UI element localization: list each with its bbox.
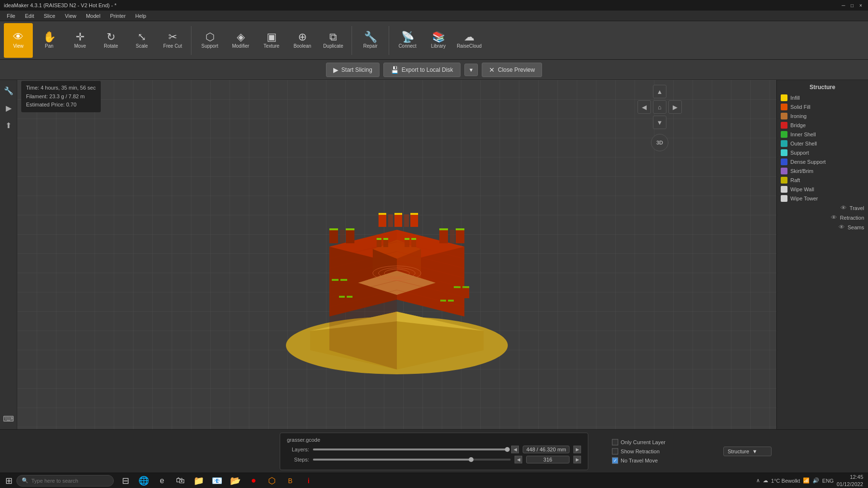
skirt-brim-swatch	[781, 168, 787, 174]
search-icon: 🔍	[22, 477, 28, 484]
toolbar-boolean[interactable]: ⊕ Boolean	[288, 23, 317, 58]
layers-decrease-button[interactable]: ◀	[511, 446, 519, 453]
nav-3d-button[interactable]: 3D	[651, 134, 668, 151]
menu-slice[interactable]: Slice	[39, 12, 60, 20]
legend-skirt-brim: Skirt/Brim	[781, 168, 864, 174]
wrench-tool-icon[interactable]: 🔧	[2, 84, 15, 97]
boolean-label: Boolean	[294, 43, 312, 49]
svg-rect-16	[450, 230, 455, 243]
taskbar-outlook[interactable]: 📧	[208, 474, 226, 488]
taskbar-browser[interactable]: 🌐	[135, 474, 152, 488]
nav-down-button[interactable]: ▼	[653, 116, 666, 129]
search-input[interactable]	[31, 478, 108, 484]
toolbar-connect[interactable]: 📡 Connect	[393, 23, 422, 58]
toolbar-rotate[interactable]: ↻ Rotate	[96, 23, 125, 58]
toolbar-library[interactable]: 📚 Library	[424, 23, 453, 58]
export-arrow-button[interactable]: ▼	[464, 64, 478, 76]
bottom-dropdown-container: Structure ▼	[723, 447, 772, 456]
menu-file[interactable]: File	[2, 12, 20, 20]
start-slicing-button[interactable]: ▶ Start Slicing	[326, 63, 380, 77]
retraction-eye-icon[interactable]: 👁	[831, 214, 837, 221]
nav-left-button[interactable]: ◀	[637, 100, 651, 114]
upload-icon[interactable]: ⬆	[2, 119, 15, 132]
toolbar-texture[interactable]: ▣ Texture	[257, 23, 286, 58]
keyboard-icon[interactable]: ⌨	[2, 412, 15, 425]
steps-slider[interactable]	[313, 459, 511, 461]
svg-rect-45	[448, 300, 454, 302]
retraction-label: Retraction	[840, 215, 864, 221]
travel-eye-icon[interactable]: 👁	[841, 204, 847, 211]
menu-bar: File Edit Slice View Model Printer Help	[0, 11, 868, 21]
start-button[interactable]: ⊞	[2, 474, 15, 488]
bottom-controls-panel: grasser.gcode Layers: ◀ 448 / 46.320 mm …	[280, 433, 588, 470]
toolbar-raisecloud[interactable]: ☁ RaiseCloud	[455, 23, 484, 58]
toolbar-scale[interactable]: ⤡ Scale	[127, 23, 156, 58]
menu-view[interactable]: View	[60, 12, 81, 20]
toolbar-view[interactable]: 👁 View	[4, 23, 33, 58]
steps-decrease-button[interactable]: ◀	[515, 456, 522, 463]
clock-time: 12:45	[837, 474, 863, 480]
chevron-up-icon[interactable]: ∧	[756, 477, 760, 484]
network-icon: 📶	[803, 477, 810, 484]
toolbar-duplicate[interactable]: ⧉ Duplicate	[319, 23, 348, 58]
taskbar-files[interactable]: 📂	[227, 474, 244, 488]
taskbar-taskview[interactable]: ⊟	[117, 474, 134, 488]
menu-model[interactable]: Model	[81, 12, 105, 20]
structure-dropdown[interactable]: Structure ▼	[723, 447, 772, 456]
menu-help[interactable]: Help	[131, 12, 151, 20]
taskbar-right: ∧ ☁ 1°C Bewolkt 📶 🔊 ENG 12:45 01/12/2022	[756, 474, 866, 488]
legend-wipe-tower: Wipe Tower	[781, 195, 864, 202]
bridge-swatch	[781, 122, 787, 129]
raft-label: Raft	[790, 177, 800, 183]
toolbar-repair[interactable]: 🔧 Repair	[356, 23, 385, 58]
dense-support-label: Dense Support	[790, 159, 826, 165]
seams-eye-icon[interactable]: 👁	[839, 224, 845, 231]
taskbar-orange[interactable]: ⬡	[263, 474, 281, 488]
menu-edit[interactable]: Edit	[20, 12, 39, 20]
svg-rect-38	[339, 297, 345, 306]
repair-icon: 🔧	[364, 32, 377, 42]
taskbar-search[interactable]: 🔍	[16, 475, 114, 487]
toolbar-pan[interactable]: ✋ Pan	[35, 23, 64, 58]
pan-label: Pan	[45, 43, 54, 49]
language-label: ENG	[822, 478, 834, 484]
taskbar-edge[interactable]: e	[153, 474, 171, 488]
maximize-button[interactable]: □	[849, 2, 855, 9]
toolbar-modifier[interactable]: ◈ Modifier	[226, 23, 255, 58]
taskbar-ideamaker[interactable]: i	[300, 474, 317, 488]
minimize-button[interactable]: ─	[840, 2, 847, 9]
taskbar-blender[interactable]: B	[282, 474, 299, 488]
svg-rect-43	[440, 300, 446, 302]
layers-label: Layers:	[287, 447, 309, 452]
nav-up-button[interactable]: ▲	[653, 85, 666, 98]
connect-icon: 📡	[401, 32, 414, 42]
toolbar-support[interactable]: ⬡ Support	[195, 23, 224, 58]
freecut-label: Free Cut	[163, 43, 182, 49]
layers-increase-button[interactable]: ▶	[573, 446, 581, 453]
layers-slider[interactable]	[313, 448, 507, 450]
taskbar-red[interactable]: ●	[245, 474, 262, 488]
only-current-layer-checkbox[interactable]	[612, 439, 618, 445]
export-button[interactable]: 💾 Export to Local Disk	[383, 63, 461, 77]
nav-home-button[interactable]: ⌂	[653, 100, 666, 114]
toolbar-freecut[interactable]: ✂ Free Cut	[158, 23, 187, 58]
structure-panel-title: Structure	[781, 84, 864, 91]
support-swatch	[781, 149, 787, 156]
close-preview-button[interactable]: ✕ Close Preview	[482, 63, 542, 77]
viewport[interactable]: ▲ ◀ ⌂ ▶ ▼ 3D	[17, 80, 776, 429]
no-travel-move-label: No Travel Move	[621, 458, 658, 463]
legend-dense-support: Dense Support	[781, 158, 864, 165]
steps-row: Steps: ◀ 316 ▶	[287, 456, 581, 463]
close-button[interactable]: ×	[857, 2, 864, 9]
toolbar-move[interactable]: ✛ Move	[66, 23, 95, 58]
view-label: View	[13, 43, 24, 49]
taskbar-explorer[interactable]: 📁	[190, 474, 207, 488]
weather-icon: ☁	[763, 477, 768, 484]
nav-right-button[interactable]: ▶	[668, 100, 682, 114]
show-retraction-checkbox[interactable]	[612, 448, 618, 454]
taskbar-store[interactable]: 🛍	[172, 474, 189, 488]
menu-printer[interactable]: Printer	[105, 12, 130, 20]
play-sidebar-icon[interactable]: ▶	[2, 101, 15, 115]
no-travel-move-checkbox[interactable]: ✓	[612, 457, 618, 463]
steps-increase-button[interactable]: ▶	[573, 456, 581, 463]
